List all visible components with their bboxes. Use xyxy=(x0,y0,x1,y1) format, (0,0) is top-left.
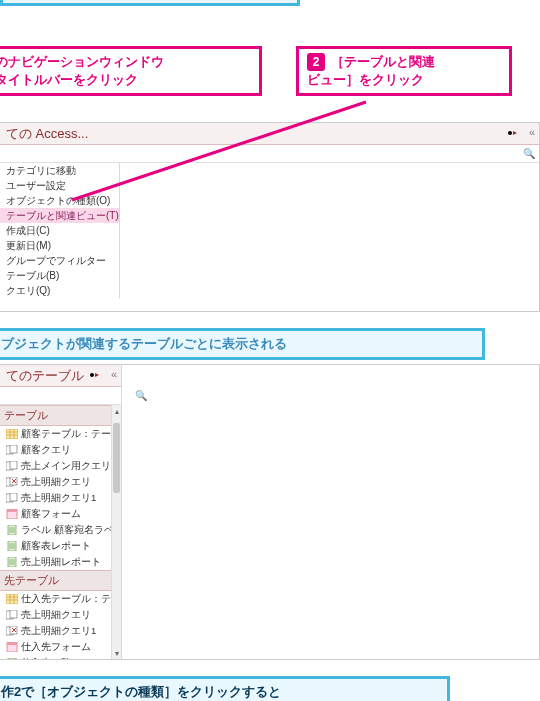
object-item-label: 仕入先一覧 xyxy=(21,657,71,661)
category-header[interactable]: 先テーブル☆ xyxy=(0,570,121,591)
top-fragment-box: とのの表示にする xyxy=(0,0,300,6)
scroll-up-icon[interactable]: ▴ xyxy=(112,405,121,417)
menu-item[interactable]: 作成日(C) xyxy=(0,223,119,238)
object-item-label: 顧客フォーム xyxy=(21,508,81,521)
pane-access-nav: ての Access... « 🔍 カテゴリに移動ユーザー設定オブジェクトの種類(… xyxy=(0,122,540,312)
svg-rect-44 xyxy=(8,658,16,660)
mid-banner: ブジェクトが関連するテーブルごとに表示される xyxy=(0,328,485,360)
object-item-label: 売上明細クエリ1 xyxy=(21,492,96,505)
query-x-icon xyxy=(6,477,18,487)
chevron-dot-icon[interactable] xyxy=(507,127,519,139)
svg-point-1 xyxy=(90,373,94,377)
category-header[interactable]: テーブル☆ xyxy=(0,405,121,426)
object-item[interactable]: 仕入先フォーム xyxy=(0,639,121,655)
tables-sidebar: てのテーブル « 🔍 テーブル☆顧客テーブル：テーブル顧客クエリ売上メイン用クエ… xyxy=(0,365,122,659)
object-item[interactable]: 仕入先テーブル：テーブル xyxy=(0,591,121,607)
svg-rect-10 xyxy=(10,461,17,469)
menu-item[interactable]: カテゴリに移動 xyxy=(0,163,119,178)
object-item[interactable]: 顧客フォーム xyxy=(0,506,121,522)
callout-1-line1: のナビゲーションウィンドウ xyxy=(0,54,164,69)
object-item-label: 売上明細クエリ1 xyxy=(21,625,96,638)
object-item[interactable]: 売上明細クエリ1 xyxy=(0,623,121,639)
nav-title-text: ての Access... xyxy=(6,125,88,143)
nav-search-row: 🔍 xyxy=(0,145,539,163)
bottom-fragment: 作2で［オブジェクトの種類］をクリックすると xyxy=(0,676,450,701)
object-item-label: 顧客テーブル：テーブル xyxy=(21,428,121,441)
tables-nav-titlebar[interactable]: てのテーブル « xyxy=(0,365,121,387)
object-item[interactable]: 顧客クエリ xyxy=(0,442,121,458)
object-item-label: 顧客クエリ xyxy=(21,444,71,457)
callout-2-line2: ビュー］をクリック xyxy=(307,72,424,87)
scroll-down-icon[interactable]: ▾ xyxy=(112,647,121,659)
scroll-thumb[interactable] xyxy=(113,423,120,493)
search-icon[interactable]: 🔍 xyxy=(135,390,147,401)
pin-icon[interactable]: « xyxy=(111,368,117,380)
object-item[interactable]: 顧客表レポート xyxy=(0,538,121,554)
form-icon xyxy=(6,509,18,519)
callouts-row: のナビゲーションウィンドウ タイトルバーをクリック 2 ［テーブルと関連 ビュー… xyxy=(0,46,540,96)
query-icon xyxy=(6,445,18,455)
object-item[interactable]: 売上明細クエリ xyxy=(0,474,121,490)
menu-item[interactable]: テーブル(B) xyxy=(0,268,119,283)
report-icon xyxy=(6,541,18,551)
callout-2-number: 2 xyxy=(307,53,325,71)
nav-titlebar[interactable]: ての Access... « xyxy=(0,123,539,145)
callout-1: のナビゲーションウィンドウ タイトルバーをクリック xyxy=(0,46,262,96)
object-item[interactable]: 売上明細クエリ xyxy=(0,607,121,623)
callout-2: 2 ［テーブルと関連 ビュー］をクリック xyxy=(296,46,512,96)
mid-banner-text: ブジェクトが関連するテーブルごとに表示される xyxy=(1,336,287,351)
svg-rect-18 xyxy=(7,509,17,512)
menu-item[interactable]: 更新日(M) xyxy=(0,238,119,253)
object-item-label: 仕入先テーブル：テーブル xyxy=(21,593,121,606)
nav-search-input[interactable] xyxy=(0,148,523,159)
svg-point-0 xyxy=(508,131,512,135)
object-item[interactable]: 顧客テーブル：テーブル xyxy=(0,426,121,442)
menu-item[interactable]: グループでフィルター xyxy=(0,253,119,268)
bottom-fragment-box: 作2で［オブジェクトの種類］をクリックすると xyxy=(0,676,450,701)
query-icon xyxy=(6,493,18,503)
object-item[interactable]: 仕入先一覧 xyxy=(0,655,121,660)
pin-icon[interactable]: « xyxy=(529,126,535,138)
tables-nav-title-text: てのテーブル xyxy=(6,367,84,385)
tables-search-row: 🔍 xyxy=(0,387,121,405)
object-item-label: 売上明細クエリ xyxy=(21,609,91,622)
svg-rect-37 xyxy=(10,610,17,618)
object-item-label: 顧客表レポート xyxy=(21,540,91,553)
menu-item[interactable]: ユーザー設定 xyxy=(0,178,119,193)
report-icon xyxy=(6,557,18,567)
object-item-label: 仕入先フォーム xyxy=(21,641,91,654)
object-item[interactable]: 売上メイン用クエリ xyxy=(0,458,121,474)
svg-rect-2 xyxy=(6,429,18,439)
object-item[interactable]: 売上明細クエリ1 xyxy=(0,490,121,506)
object-item[interactable]: ラベル 顧客宛名ラベル印刷 xyxy=(0,522,121,538)
tables-search-input[interactable] xyxy=(0,390,135,401)
search-icon[interactable]: 🔍 xyxy=(523,148,535,159)
query-x-icon xyxy=(6,626,18,636)
svg-rect-16 xyxy=(10,493,17,501)
top-fragment: とのの表示にする xyxy=(0,0,300,22)
menu-item-tables-related-view[interactable]: テーブルと関連ビュー(T) xyxy=(0,208,119,223)
bottom-fragment-text: 作2で［オブジェクトの種類］をクリックすると xyxy=(1,684,281,699)
table-icon xyxy=(6,594,18,604)
object-item-label: 売上メイン用クエリ xyxy=(21,460,111,473)
svg-rect-31 xyxy=(6,594,18,604)
callout-1-line2: タイトルバーをクリック xyxy=(0,72,138,87)
report-icon xyxy=(6,658,18,660)
menu-item[interactable]: クエリ(Q) xyxy=(0,283,119,298)
table-icon xyxy=(6,429,18,439)
pane-tables-nav: てのテーブル « 🔍 テーブル☆顧客テーブル：テーブル顧客クエリ売上メイン用クエ… xyxy=(0,364,540,660)
form-icon xyxy=(6,642,18,652)
svg-rect-43 xyxy=(7,642,17,645)
object-item-label: 売上明細レポート xyxy=(21,556,101,569)
object-item[interactable]: 売上明細レポート xyxy=(0,554,121,570)
object-item-label: 売上明細クエリ xyxy=(21,476,91,489)
query-icon xyxy=(6,461,18,471)
svg-rect-8 xyxy=(10,445,17,453)
query-icon xyxy=(6,610,18,620)
menu-item[interactable]: オブジェクトの種類(O) xyxy=(0,193,119,208)
object-item-label: ラベル 顧客宛名ラベル印刷 xyxy=(21,524,121,537)
report-icon xyxy=(6,525,18,535)
nav-context-menu: カテゴリに移動ユーザー設定オブジェクトの種類(O)テーブルと関連ビュー(T)作成… xyxy=(0,163,120,298)
sidebar-scrollbar[interactable]: ▴ ▾ xyxy=(111,405,121,659)
chevron-dot-icon[interactable] xyxy=(89,369,101,381)
